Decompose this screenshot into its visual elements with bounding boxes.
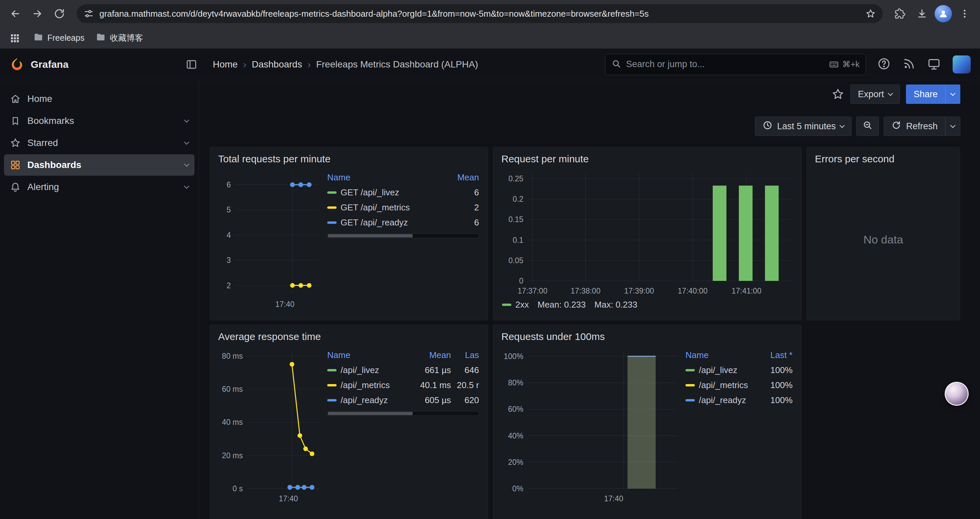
refresh-button[interactable]: Refresh xyxy=(884,117,945,136)
panel-title[interactable]: Request per minute xyxy=(501,153,795,164)
chevron-down-icon[interactable] xyxy=(185,186,188,188)
legend-row: /api/_livez100% xyxy=(684,363,795,378)
chevron-down-icon[interactable] xyxy=(185,120,188,122)
legend-column-header[interactable]: Name xyxy=(686,350,753,360)
chart-svg: 6543217:40 xyxy=(217,169,322,310)
share-button[interactable]: Share xyxy=(906,85,945,104)
legend-series[interactable]: /api/_readyz xyxy=(686,395,753,406)
legend-value: 100% xyxy=(753,365,792,375)
legend-value: 2 xyxy=(440,203,479,213)
chart-svg: 100%80%60%40%20%0%17:40 xyxy=(500,347,680,504)
svg-text:80 ms: 80 ms xyxy=(222,352,243,360)
request-per-minute-chart: 0.250.20.150.10.05017:37:0017:38:0017:39… xyxy=(500,169,795,296)
sidebar-item-alerting[interactable]: Alerting xyxy=(4,176,194,198)
legend-series[interactable]: GET /api/_livez xyxy=(327,187,440,198)
legend-column-header[interactable]: Las xyxy=(451,350,479,360)
grafana-logo[interactable] xyxy=(10,57,25,72)
legend-column-header[interactable]: Mean xyxy=(440,172,479,183)
svg-text:60 ms: 60 ms xyxy=(222,385,243,393)
panel-title[interactable]: Errors per second xyxy=(815,153,953,164)
svg-text:40%: 40% xyxy=(508,431,523,440)
breadcrumb-home[interactable]: Home xyxy=(213,59,238,70)
bookmark-icon xyxy=(10,115,21,126)
svg-text:2: 2 xyxy=(226,281,231,290)
panel-title[interactable]: Average response time xyxy=(218,331,481,342)
sidebar-item-bookmarks[interactable]: Bookmarks xyxy=(4,110,194,132)
legend-stat-mean: Mean: 0.233 xyxy=(538,300,586,310)
legend-column-header[interactable]: Name xyxy=(327,172,440,183)
favorite-star-button[interactable] xyxy=(832,88,844,101)
legend-series-2xx[interactable]: 2xx xyxy=(502,300,529,310)
grafana-header: Grafana Home › Dashboards › Freeleaps Me… xyxy=(0,49,980,80)
total-requests-chart: 6543217:40 xyxy=(217,169,322,310)
bookmark-freeleaps[interactable]: Freeleaps xyxy=(33,32,84,44)
legend-series[interactable]: /api/_livez xyxy=(686,365,753,375)
assistant-avatar[interactable] xyxy=(945,382,969,406)
panel-request-per-minute: Request per minute 0.250.20.150.10.05017… xyxy=(493,147,802,320)
home-icon xyxy=(10,94,21,104)
address-bar[interactable]: grafana.mathmast.com/d/deytv4rwavabkb/fr… xyxy=(77,4,883,23)
svg-text:17:40: 17:40 xyxy=(604,494,624,503)
monitor-icon[interactable] xyxy=(927,57,941,72)
legend-series[interactable]: /api/_metrics xyxy=(327,380,412,390)
refresh-interval-button[interactable] xyxy=(945,117,960,136)
legend-value: 6 xyxy=(440,187,479,198)
help-icon[interactable] xyxy=(877,57,891,72)
browser-profile-avatar[interactable] xyxy=(935,5,952,22)
back-icon[interactable] xyxy=(6,4,25,23)
panel-title[interactable]: Requests under 100ms xyxy=(501,331,795,342)
sidebar-item-starred[interactable]: Starred xyxy=(4,132,194,153)
browser-menu-icon[interactable] xyxy=(955,4,974,23)
requests-under-100ms-legend: NameLast */api/_livez100%/api/_metrics10… xyxy=(684,347,795,504)
chevron-down-icon[interactable] xyxy=(185,164,188,166)
legend-series[interactable]: GET /api/_readyz xyxy=(327,217,440,228)
legend-column-header[interactable]: Last * xyxy=(753,350,792,360)
svg-text:60%: 60% xyxy=(508,405,523,414)
bookmark-favorites-blog[interactable]: 收藏博客 xyxy=(96,32,143,44)
panel-errors-per-second: Errors per second No data xyxy=(807,147,960,320)
chart-svg: 0.250.20.150.10.05017:37:0017:38:0017:39… xyxy=(500,169,795,296)
forward-icon[interactable] xyxy=(28,4,47,23)
sidebar-item-home[interactable]: Home xyxy=(4,88,194,110)
chevron-down-icon[interactable] xyxy=(185,142,188,144)
legend-series[interactable]: GET /api/_metrics xyxy=(327,203,440,213)
legend-column-header[interactable]: Name xyxy=(327,350,412,360)
panel-title[interactable]: Total requests per minute xyxy=(218,153,481,164)
legend-series[interactable]: /api/_readyz xyxy=(327,395,412,406)
search-icon xyxy=(611,59,621,70)
news-rss-icon[interactable] xyxy=(903,57,915,72)
legend-value: 100% xyxy=(753,395,792,406)
browser-toolbar: grafana.mathmast.com/d/deytv4rwavabkb/fr… xyxy=(0,0,980,27)
extensions-icon[interactable] xyxy=(891,4,909,23)
share-menu-button[interactable] xyxy=(945,85,960,104)
browser-window: grafana.mathmast.com/d/deytv4rwavabkb/fr… xyxy=(0,0,980,49)
zoom-out-button[interactable] xyxy=(856,117,879,136)
legend-scrollbar[interactable] xyxy=(327,411,479,416)
legend-series[interactable]: /api/_livez xyxy=(327,365,412,375)
dashboards-grid-icon xyxy=(10,160,21,170)
legend-series[interactable]: /api/_metrics xyxy=(686,380,753,390)
legend-scrollbar[interactable] xyxy=(327,233,479,238)
apps-grid-icon[interactable] xyxy=(7,31,22,45)
bookmark-star-icon[interactable] xyxy=(863,6,878,21)
legend-value: 646 xyxy=(451,365,479,375)
search-input[interactable] xyxy=(626,59,824,69)
legend-scrollbar-thumb[interactable] xyxy=(328,412,413,415)
average-response-time-chart: 80 ms60 ms40 ms20 ms0 s17:40 xyxy=(217,347,322,504)
time-range-picker[interactable]: Last 5 minutes xyxy=(755,117,852,136)
legend-column-header[interactable]: Mean xyxy=(412,350,451,360)
svg-text:0.25: 0.25 xyxy=(508,174,523,183)
dock-menu-icon[interactable] xyxy=(184,57,199,72)
breadcrumb-separator: › xyxy=(307,59,311,70)
sidebar-item-dashboards[interactable]: Dashboards xyxy=(4,154,194,176)
downloads-icon[interactable] xyxy=(913,4,931,23)
export-button[interactable]: Export xyxy=(850,85,900,104)
legend-scrollbar-thumb[interactable] xyxy=(328,234,413,238)
reload-icon[interactable] xyxy=(50,4,69,23)
breadcrumb-dashboards[interactable]: Dashboards xyxy=(252,59,302,70)
site-info-icon[interactable] xyxy=(81,6,96,21)
url-text[interactable]: grafana.mathmast.com/d/deytv4rwavabkb/fr… xyxy=(99,9,860,19)
search-box[interactable]: ⌘+k xyxy=(605,54,866,75)
user-avatar[interactable] xyxy=(953,56,970,73)
folder-icon xyxy=(33,32,43,44)
